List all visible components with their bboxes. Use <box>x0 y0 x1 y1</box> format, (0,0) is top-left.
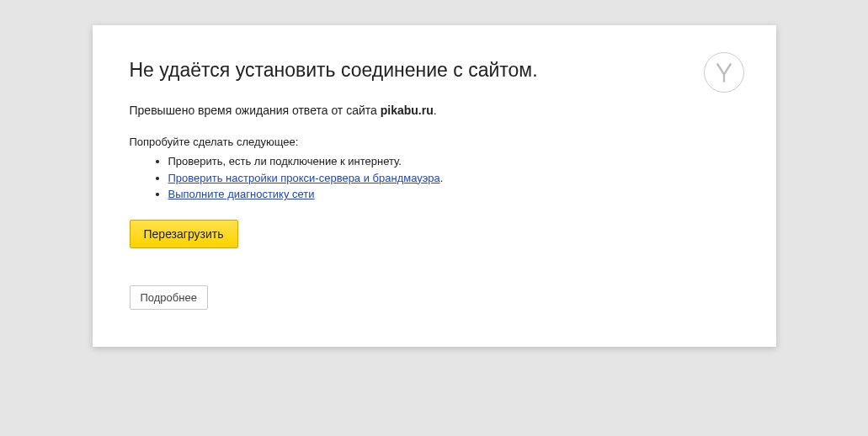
error-heading: Не удаётся установить соединение с сайто… <box>130 59 739 82</box>
proxy-settings-link[interactable]: Проверить настройки прокси-сервера и бра… <box>168 172 440 184</box>
subtitle-domain: pikabu.ru <box>381 104 434 117</box>
subtitle-suffix: . <box>434 104 437 117</box>
list-item: Выполните диагностику сети <box>168 186 739 203</box>
suggestion-list: Проверить, есть ли подключение к интерне… <box>130 153 739 203</box>
reload-button[interactable]: Перезагрузить <box>130 220 238 248</box>
subtitle-prefix: Превышено время ожидания ответа от сайта <box>130 104 381 117</box>
yandex-logo-icon <box>704 52 744 93</box>
error-card: Не удаётся установить соединение с сайто… <box>93 25 776 347</box>
network-diagnostics-link[interactable]: Выполните диагностику сети <box>168 188 315 200</box>
try-label: Попробуйте сделать следующее: <box>130 136 739 148</box>
proxy-suffix: . <box>440 172 444 184</box>
list-item: Проверить настройки прокси-сервера и бра… <box>168 170 739 187</box>
error-subtitle: Превышено время ожидания ответа от сайта… <box>130 104 739 117</box>
suggestion-check-connection: Проверить, есть ли подключение к интерне… <box>168 155 402 167</box>
details-button[interactable]: Подробнее <box>130 285 208 310</box>
list-item: Проверить, есть ли подключение к интерне… <box>168 153 739 170</box>
